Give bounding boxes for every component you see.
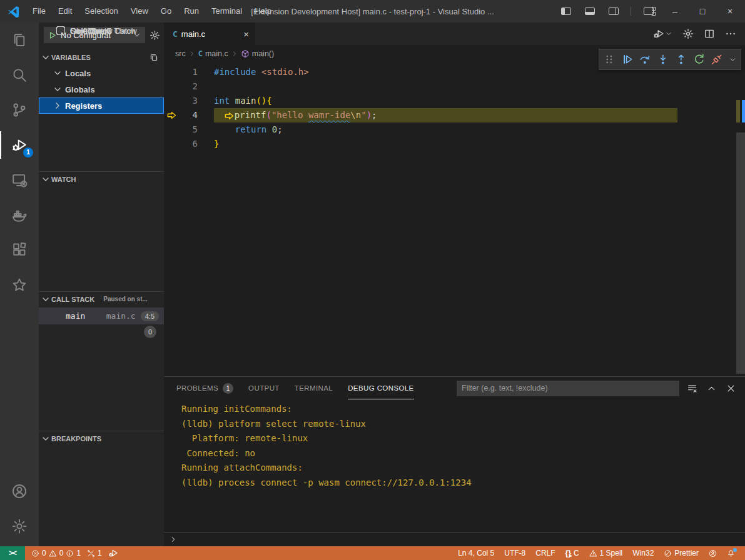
variables-section-header[interactable]: VARIABLES: [39, 50, 164, 65]
language-mode[interactable]: {} C: [565, 549, 579, 558]
toggle-secondary-sidebar-icon[interactable]: [609, 8, 619, 15]
remote-explorer-icon[interactable]: [0, 162, 39, 198]
search-icon[interactable]: [0, 58, 39, 92]
favorites-icon[interactable]: [0, 268, 39, 302]
editor-actions: [653, 22, 745, 45]
extensions-icon[interactable]: [0, 232, 39, 268]
menu-item[interactable]: Go: [155, 0, 178, 22]
minimize-button[interactable]: –: [661, 0, 689, 22]
code-line: 2: [164, 79, 745, 94]
watch-section-header[interactable]: WATCH: [39, 171, 164, 186]
chevron-right-icon: [188, 50, 196, 58]
formatter-status[interactable]: Prettier: [664, 549, 699, 558]
menubar: FileEditSelectionViewGoRunTerminalHelp: [26, 0, 278, 22]
chevron-down-icon: [665, 30, 672, 38]
stack-frame-row[interactable]: main main.c 4:5: [39, 308, 164, 324]
debug-console-input[interactable]: [164, 532, 745, 546]
breakpoint-checkbox[interactable]: [56, 26, 65, 35]
thread-row[interactable]: 0: [39, 326, 164, 341]
split-editor-icon[interactable]: [704, 28, 715, 39]
line-number[interactable]: 5: [164, 122, 198, 137]
tab-label: main.c: [181, 29, 205, 39]
source-control-icon[interactable]: [0, 92, 39, 128]
remote-indicator[interactable]: ><: [0, 546, 25, 560]
cursor-position[interactable]: Ln 4, Col 5: [458, 549, 494, 558]
disconnect-icon[interactable]: [711, 53, 723, 66]
console-line: (lldb) process connect -p wasm connect:/…: [181, 476, 745, 491]
filter-input[interactable]: [457, 381, 679, 396]
menu-item[interactable]: File: [26, 0, 52, 22]
step-over-icon[interactable]: [639, 53, 651, 66]
restart-icon[interactable]: [693, 53, 706, 66]
callstack-section-header[interactable]: CALL STACK Paused on st...: [39, 291, 164, 306]
close-panel-icon[interactable]: [726, 383, 736, 394]
tab-problems[interactable]: PROBLEMS 1: [176, 377, 233, 399]
tab-debug-console[interactable]: DEBUG CONSOLE: [348, 377, 414, 399]
notifications-bell[interactable]: [727, 549, 735, 558]
breadcrumb-folder[interactable]: src: [175, 49, 186, 58]
run-and-debug-icon[interactable]: 1: [0, 128, 39, 162]
variables-item-locals[interactable]: Locals: [39, 65, 164, 81]
account-icon[interactable]: [0, 474, 39, 509]
eol-indicator[interactable]: CRLF: [535, 549, 555, 558]
menu-item[interactable]: Terminal: [205, 0, 248, 22]
platform-indicator[interactable]: Win32: [632, 549, 654, 558]
code-line: 4 printf("hello wamr-ide\n");: [164, 108, 745, 122]
step-into-icon[interactable]: [657, 53, 669, 66]
line-number[interactable]: 2: [164, 79, 198, 94]
breadcrumb-file[interactable]: main.c: [205, 49, 228, 58]
menu-item[interactable]: View: [124, 0, 155, 22]
continue-icon[interactable]: [621, 53, 634, 66]
tab-main-c[interactable]: C main.c ×: [164, 22, 255, 45]
drag-handle-icon[interactable]: [603, 53, 616, 66]
problems-status[interactable]: 0 0 1: [31, 549, 81, 558]
line-number[interactable]: 6: [164, 137, 198, 151]
encoding-indicator[interactable]: UTF-8: [504, 549, 525, 558]
maximize-button[interactable]: □: [689, 0, 716, 22]
maximize-panel-icon[interactable]: [706, 383, 717, 394]
variables-item-registers[interactable]: Registers: [39, 98, 164, 114]
close-button[interactable]: ×: [716, 0, 744, 22]
ports-status[interactable]: 1: [87, 549, 102, 558]
tab-terminal[interactable]: TERMINAL: [295, 377, 333, 399]
code-editor[interactable]: 1#include <stdio.h>23int main(){4 printf…: [164, 62, 745, 376]
line-number[interactable]: 1: [164, 65, 198, 79]
clear-console-icon[interactable]: [687, 383, 697, 394]
problems-badge: 1: [223, 383, 233, 394]
feedback-icon[interactable]: [709, 549, 717, 558]
debug-session-status[interactable]: [108, 548, 118, 558]
settings-gear-icon[interactable]: [0, 509, 39, 544]
toggle-panel-icon[interactable]: [585, 8, 595, 15]
customize-layout-icon[interactable]: [644, 8, 654, 15]
breakpoint-row[interactable]: Swift Throw: [39, 22, 164, 39]
breakpoints-section-header[interactable]: BREAKPOINTS: [39, 431, 164, 446]
menu-item[interactable]: Edit: [52, 0, 78, 22]
variables-item-globals[interactable]: Globals: [39, 81, 164, 98]
console-line: Connected: no: [181, 446, 745, 461]
run-or-debug-button[interactable]: [653, 28, 672, 39]
line-number[interactable]: 3: [164, 94, 198, 108]
inline-stack-frame-arrow-icon: [225, 111, 234, 121]
copy-icon[interactable]: [149, 52, 159, 62]
chevron-down-icon[interactable]: [729, 56, 737, 64]
tab-output[interactable]: OUTPUT: [248, 377, 280, 399]
docker-icon[interactable]: [0, 198, 39, 232]
more-actions-icon[interactable]: [725, 28, 736, 39]
editor-scrollbar[interactable]: [736, 132, 745, 374]
section-title: CALL STACK: [51, 296, 94, 303]
spell-checker-status[interactable]: 1 Spell: [589, 549, 623, 558]
breadcrumb-symbol[interactable]: main(): [252, 49, 274, 58]
toggle-sidebar-icon[interactable]: [561, 8, 571, 15]
step-out-icon[interactable]: [675, 53, 687, 66]
line-content: }: [198, 137, 219, 151]
menu-item[interactable]: Run: [178, 0, 205, 22]
overview-ruler-current-line-mark: [736, 100, 740, 122]
settings-gear-icon[interactable]: [682, 28, 694, 39]
menu-item[interactable]: Selection: [78, 0, 124, 22]
explorer-icon[interactable]: [0, 22, 39, 58]
c-language-icon: C: [173, 29, 178, 39]
tab-close-icon[interactable]: ×: [243, 29, 249, 39]
braces-icon: {}: [565, 549, 571, 558]
line-content: #include <stdio.h>: [198, 65, 309, 79]
tools-icon: [87, 549, 95, 558]
